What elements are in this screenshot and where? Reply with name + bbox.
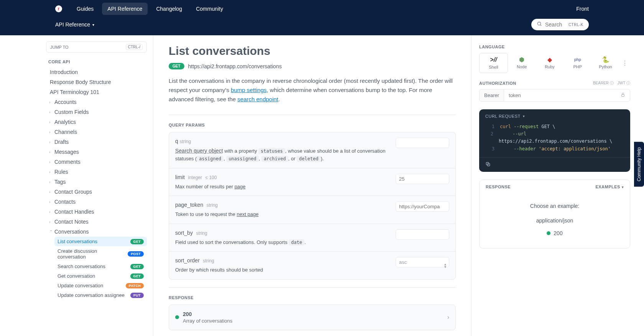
ruby-icon: ◆	[537, 56, 562, 63]
param-sort-order-select[interactable]: asc	[396, 257, 449, 267]
sidebar-item-contact-notes[interactable]: ›Contact Notes	[46, 217, 147, 227]
chevron-right-icon: ›	[49, 150, 53, 154]
param-limit: limit integer ≤ 100 Max number of result…	[169, 168, 455, 196]
method-badge: PUT	[130, 293, 144, 298]
top-nav: Guides API Reference Changelog Community	[71, 3, 228, 15]
param-page-token-input[interactable]	[396, 201, 449, 212]
chevron-right-icon: ›	[49, 140, 53, 144]
chevron-right-icon: ›	[49, 210, 53, 214]
lang-python[interactable]: 🐍 Python	[591, 53, 619, 73]
nav-changelog[interactable]: Changelog	[151, 3, 187, 15]
logo-icon[interactable]: r	[55, 5, 62, 12]
sidebar-item-api-terminology[interactable]: API Terminology 101	[46, 87, 147, 97]
sidebar-sub-get-conversation[interactable]: Get conversation GET	[54, 271, 147, 281]
chevron-right-icon: ›	[49, 120, 53, 124]
chevron-right-icon: ›	[447, 314, 449, 321]
chevron-right-icon: ›	[49, 180, 53, 184]
sidebar: JUMP TO CTRL-/ CORE API Introduction Res…	[46, 35, 153, 336]
jump-to-kbd: CTRL-/	[126, 44, 143, 50]
sidebar-item-contact-handles[interactable]: ›Contact Handles	[46, 207, 147, 217]
sidebar-item-drafts[interactable]: ›Drafts	[46, 137, 147, 147]
param-limit-input[interactable]	[396, 174, 449, 184]
code-head-dropdown[interactable]: CURL REQUEST ▾	[479, 109, 630, 123]
lang-php[interactable]: php PHP	[564, 53, 591, 73]
main-content: List conversations GET https://api2.fron…	[153, 35, 472, 336]
page-link[interactable]: page	[235, 184, 246, 189]
param-sort-by-input[interactable]	[396, 229, 449, 240]
subnav-dropdown[interactable]: API Reference ▾	[55, 21, 94, 28]
chevron-down-icon: ▾	[523, 114, 525, 118]
response-200-row[interactable]: 200 Array of conversations ›	[169, 305, 456, 330]
chevron-right-icon: ›	[49, 100, 53, 104]
sidebar-heading: CORE API	[48, 59, 147, 64]
search-icon	[537, 21, 542, 28]
sidebar-item-tags[interactable]: ›Tags	[46, 177, 147, 187]
community-help-tab[interactable]: Community Help	[634, 142, 644, 187]
query-params-box: qstring Search query object with a prope…	[169, 132, 456, 280]
copy-button[interactable]	[479, 157, 630, 172]
method-badge: GET	[130, 239, 144, 244]
sidebar-item-analytics[interactable]: ›Analytics	[46, 117, 147, 127]
sidebar-item-response-body[interactable]: Response Body Structure	[46, 77, 147, 87]
sidebar-item-contact-groups[interactable]: ›Contact Groups	[46, 187, 147, 197]
page-title: List conversations	[169, 44, 456, 58]
sidebar-item-conversations[interactable]: ›Conversations	[46, 227, 147, 237]
code-block: CURL REQUEST ▾ 1curl --request GET \ 2 -…	[479, 109, 630, 172]
sidebar-item-comments[interactable]: ›Comments	[46, 157, 147, 167]
sidebar-sub-list-conversations[interactable]: List conversations GET	[54, 237, 147, 246]
status-dot-icon	[547, 231, 550, 235]
sidebar-item-messages[interactable]: ›Messages	[46, 147, 147, 157]
response-panel: RESPONSE EXAMPLES ▾ Choose an example: a…	[479, 180, 630, 249]
search-input[interactable]	[545, 21, 565, 28]
search-kbd: CTRL-K	[568, 23, 583, 27]
examples-dropdown[interactable]: EXAMPLES ▾	[595, 184, 624, 189]
search-endpoint-link[interactable]: search endpoint	[237, 96, 278, 102]
lang-more-button[interactable]: ⋮	[619, 53, 630, 73]
sidebar-item-accounts[interactable]: ›Accounts	[46, 97, 147, 107]
auth-bearer-tag[interactable]: BEARER ⓘ	[593, 81, 614, 86]
sidebar-item-channels[interactable]: ›Channels	[46, 127, 147, 137]
query-params-label: QUERY PARAMS	[169, 123, 456, 127]
search-box[interactable]: CTRL-K	[531, 19, 589, 30]
sidebar-item-introduction[interactable]: Introduction	[46, 67, 147, 77]
next-page-link[interactable]: next page	[237, 211, 258, 217]
lang-node[interactable]: ⬢ Node	[508, 53, 536, 73]
param-q-input[interactable]	[396, 138, 449, 148]
auth-token-input[interactable]	[504, 89, 616, 101]
lock-icon	[616, 92, 630, 98]
php-icon: php	[565, 56, 590, 63]
bump-settings-link[interactable]: bump settings	[231, 87, 266, 93]
svg-line-1	[540, 25, 542, 26]
jump-to-button[interactable]: JUMP TO CTRL-/	[46, 41, 147, 53]
endpoint-description: List the conversations in the company in…	[169, 76, 456, 104]
copy-icon	[485, 161, 491, 167]
param-page-token: page_token string Token to use to reques…	[169, 196, 455, 224]
sidebar-sub-update-assignee[interactable]: Update conversation assignee PUT	[54, 290, 147, 300]
language-label: LANGUAGE	[479, 44, 630, 49]
response-label: RESPONSE	[169, 295, 456, 300]
select-updown-icon: ▴▾	[444, 263, 446, 268]
svg-rect-2	[622, 95, 624, 97]
param-sort-order: sort_order string Order by which results…	[169, 252, 455, 279]
example-200-link[interactable]: 200	[547, 230, 562, 236]
lang-shell[interactable]: >// Shell	[479, 53, 508, 73]
sidebar-sub-update-conversation[interactable]: Update conversation PATCH	[54, 281, 147, 290]
lang-ruby[interactable]: ◆ Ruby	[536, 53, 564, 73]
nav-api-reference[interactable]: API Reference	[102, 3, 148, 15]
authorization-label: AUTHORIZATION	[479, 81, 516, 86]
sidebar-sub-search-conversations[interactable]: Search conversations GET	[54, 262, 147, 271]
auth-jwt-tag[interactable]: JWT ⓘ	[618, 81, 630, 86]
sidebar-sub-create-discussion[interactable]: Create discussion conversation POST	[54, 246, 147, 262]
method-badge: GET	[130, 264, 144, 269]
sidebar-item-contacts[interactable]: ›Contacts	[46, 197, 147, 207]
example-mime-link[interactable]: application/json	[486, 217, 624, 224]
endpoint-url: https://api2.frontapp.com/conversations	[188, 63, 282, 69]
response-panel-label: RESPONSE	[486, 184, 511, 189]
sidebar-item-rules[interactable]: ›Rules	[46, 167, 147, 177]
search-query-object-link[interactable]: Search query object	[175, 148, 223, 154]
param-q: qstring Search query object with a prope…	[169, 132, 455, 168]
sidebar-item-custom-fields[interactable]: ›Custom Fields	[46, 107, 147, 117]
brand-label[interactable]: Front	[576, 6, 589, 12]
nav-community[interactable]: Community	[191, 3, 228, 15]
nav-guides[interactable]: Guides	[71, 3, 99, 15]
